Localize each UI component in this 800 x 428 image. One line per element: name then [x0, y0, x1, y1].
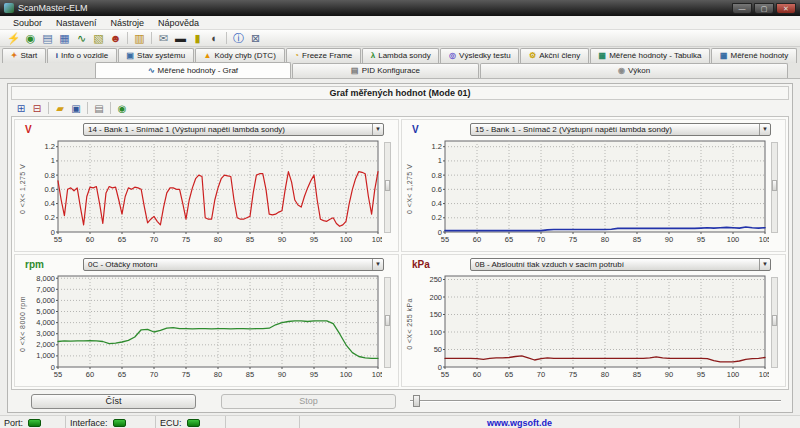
performance-icon: ◉: [618, 66, 625, 75]
tab-lambda[interactable]: λLambda sondy: [362, 48, 439, 63]
chart-body: 0 <X< 8000 rpm 5560657075808590951001050…: [15, 272, 398, 386]
graph-icon[interactable]: ∿: [73, 31, 90, 46]
menu-soubor[interactable]: Soubor: [6, 16, 49, 30]
slider-groove: [410, 400, 781, 402]
svg-text:70: 70: [150, 370, 158, 379]
tab-freeze-frame[interactable]: ◔Freeze Frame: [286, 48, 362, 63]
info-icon[interactable]: ⓘ: [230, 31, 247, 46]
svg-text:60: 60: [473, 370, 481, 379]
tab-label: Freeze Frame: [302, 51, 352, 60]
maximize-button[interactable]: ▢: [754, 3, 774, 14]
pid-dropdown-value: 0B - Absloutní tlak vzduch v sacím potru…: [475, 260, 759, 269]
chart-plot: 55606570758085909510010500.20.40.60.811.…: [415, 137, 769, 251]
save-icon[interactable]: ▣: [68, 102, 84, 115]
svg-text:0.4: 0.4: [432, 199, 442, 208]
tab-start[interactable]: ✦Start: [2, 48, 46, 63]
menu-napoveda[interactable]: Nápověda: [151, 16, 206, 30]
clipboard-icon[interactable]: ▥: [131, 31, 148, 46]
pid-dropdown[interactable]: 0C - Otáčky motoru ▼: [83, 258, 384, 271]
tab-label: Měřené hodnoty - Graf: [158, 66, 238, 75]
minimize-button[interactable]: —: [732, 3, 752, 14]
tab-test-results[interactable]: ◎Výsledky testu: [440, 48, 519, 63]
menu-nastaveni[interactable]: Nastavení: [49, 16, 104, 30]
scrollbar-thumb[interactable]: [772, 180, 777, 191]
chart-scrollbar[interactable]: [384, 277, 391, 368]
wgsoft-link[interactable]: www.wgsoft.de: [487, 418, 552, 428]
web-update-icon[interactable]: ◉: [22, 31, 39, 46]
user-icon[interactable]: ☻: [107, 31, 124, 46]
unit-label: V: [25, 124, 83, 135]
svg-text:65: 65: [505, 370, 513, 379]
tab-performance[interactable]: ◉Výkon: [480, 63, 788, 78]
svg-text:55: 55: [441, 235, 449, 244]
battery-icon[interactable]: ▮: [189, 31, 206, 46]
scrollbar-thumb[interactable]: [385, 180, 390, 191]
connect-icon[interactable]: ⚡: [5, 31, 22, 46]
slider-handle[interactable]: [413, 395, 420, 407]
export-icon[interactable]: ◉: [114, 102, 130, 115]
chart-scrollbar[interactable]: [384, 142, 391, 233]
table-icon[interactable]: ▦: [56, 31, 73, 46]
chart-header: V 15 - Bank 1 - Snímač 2 (Výstupní napět…: [402, 120, 785, 137]
controls-row: Číst Stop: [11, 390, 789, 410]
svg-text:100: 100: [727, 235, 740, 244]
chart-plot: 556065707580859095100105050100150200250: [415, 272, 769, 386]
svg-text:250: 250: [429, 275, 442, 284]
chart-panel-map: kPa 0B - Absloutní tlak vzduch v sacím p…: [401, 254, 786, 387]
chart-scrollbar[interactable]: [771, 142, 778, 233]
svg-text:105: 105: [372, 235, 382, 244]
menu-nastroje[interactable]: Nástroje: [104, 16, 152, 30]
tab-values[interactable]: ▦Měřené hodnoty: [711, 48, 797, 63]
svg-text:90: 90: [278, 235, 286, 244]
y-axis-label: 0 <X< 8000 rpm: [15, 272, 28, 386]
svg-text:65: 65: [505, 235, 513, 244]
tab-pid-config[interactable]: ▤PID Konfigurace: [292, 63, 479, 78]
tab-vehicle-info[interactable]: iInfo o vozidle: [47, 48, 117, 63]
pid-dropdown[interactable]: 0B - Absloutní tlak vzduch v sacím potru…: [470, 258, 771, 271]
pid-dropdown[interactable]: 14 - Bank 1 - Snímač 1 (Výstupní napětí …: [83, 123, 384, 136]
close-button[interactable]: ✕: [776, 3, 796, 14]
scrollbar-thumb[interactable]: [772, 315, 777, 326]
svg-text:0.4: 0.4: [45, 199, 55, 208]
svg-text:150: 150: [429, 310, 442, 319]
chevron-down-icon: ▼: [372, 259, 383, 270]
open-icon[interactable]: ▰: [52, 102, 68, 115]
svg-text:100: 100: [340, 370, 353, 379]
port-label: Port:: [4, 418, 23, 428]
tab-actuators[interactable]: ⚙Akční členy: [520, 48, 589, 63]
terminal-icon[interactable]: ▬: [172, 31, 189, 46]
tab-values-table[interactable]: ▦Měřené hodnoty - Tabulka: [590, 48, 710, 63]
chart-header: V 14 - Bank 1 - Snímač 1 (Výstupní napět…: [15, 120, 398, 137]
unit-label: V: [412, 124, 470, 135]
window-title: ScanMaster-ELM: [18, 3, 730, 13]
print-icon[interactable]: ▤: [91, 102, 107, 115]
toolbar-separator: [226, 32, 227, 44]
tab-label: Výkon: [628, 66, 650, 75]
tab-dtc[interactable]: ▲Kódy chyb (DTC): [195, 48, 285, 63]
svg-text:1: 1: [51, 156, 55, 165]
chart-scrollbar[interactable]: [771, 277, 778, 368]
svg-text:0.8: 0.8: [45, 171, 55, 180]
scrollbar-thumb[interactable]: [385, 315, 390, 326]
remove-graph-icon[interactable]: ⊟: [29, 102, 45, 115]
snapshot-icon[interactable]: ▧: [90, 31, 107, 46]
add-graph-icon[interactable]: ⊞: [13, 102, 29, 115]
tab-system-status[interactable]: ▣Stav systému: [118, 48, 194, 63]
read-button[interactable]: Číst: [31, 394, 196, 409]
chat-icon[interactable]: ✉: [155, 31, 172, 46]
pid-config-icon: ▤: [351, 66, 359, 75]
svg-text:90: 90: [665, 370, 673, 379]
tab-values-graph[interactable]: ∿Měřené hodnoty - Graf: [95, 62, 291, 78]
svg-text:100: 100: [340, 235, 353, 244]
chart-panel-lambda-b1s1: V 14 - Bank 1 - Snímač 1 (Výstupní napět…: [14, 119, 399, 252]
chart-body: 0 <X< 1,275 V 55606570758085909510010500…: [15, 137, 398, 251]
stop-button[interactable]: Stop: [221, 394, 396, 409]
pid-dropdown[interactable]: 15 - Bank 1 - Snímač 2 (Výstupní napětí …: [470, 123, 771, 136]
language-icon[interactable]: ◐: [206, 31, 223, 46]
history-slider[interactable]: [410, 394, 783, 408]
chart-plot: 55606570758085909510010501,0002,0003,000…: [28, 272, 382, 386]
svg-text:85: 85: [246, 235, 254, 244]
chart-body: 0 <X< 1,275 V 55606570758085909510010500…: [402, 137, 785, 251]
report-icon[interactable]: ▤: [39, 31, 56, 46]
exit-icon[interactable]: ⊠: [247, 31, 264, 46]
